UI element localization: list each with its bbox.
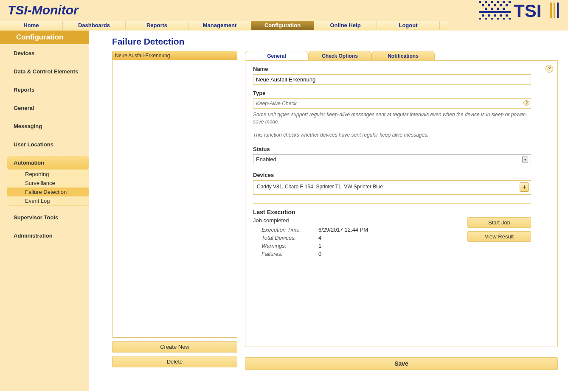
sidebar-subnav-automation: Reporting Surveillance Failure Detection…: [7, 169, 89, 206]
nav-logout[interactable]: Logout: [377, 21, 440, 30]
devices-label: Devices: [253, 172, 550, 178]
svg-rect-12: [491, 8, 493, 10]
detection-list[interactable]: Neue Ausfall-Erkennung: [112, 51, 237, 338]
svg-rect-20: [506, 14, 508, 17]
sidebar-item-reports[interactable]: Reports: [0, 83, 89, 96]
sidebar-item-messaging[interactable]: Messaging: [0, 120, 89, 133]
svg-rect-22: [485, 18, 487, 20]
nav-dashboards[interactable]: Dashboards: [63, 21, 126, 30]
help-icon[interactable]: ?: [546, 65, 553, 73]
main-content: Failure Detection Neue Ausfall-Erkennung…: [89, 31, 568, 391]
svg-rect-8: [494, 4, 496, 6]
svg-rect-2: [491, 1, 493, 3]
sidebar-item-administration[interactable]: Administration: [0, 229, 89, 242]
nav-home[interactable]: Home: [0, 21, 63, 30]
last-execution-status: Job completed: [253, 217, 369, 224]
svg-rect-16: [482, 14, 484, 17]
svg-rect-7: [488, 4, 490, 6]
sidebar-item-user-locations[interactable]: User Locations: [0, 138, 89, 151]
list-item-selected[interactable]: Neue Ausfall-Erkennung: [112, 51, 237, 60]
svg-rect-29: [554, 3, 555, 18]
nav-online-help[interactable]: Online Help: [314, 21, 377, 30]
delete-button[interactable]: Delete: [112, 356, 237, 367]
app-header: TSI-Monitor TSI: [0, 0, 568, 20]
svg-rect-23: [491, 18, 493, 20]
detail-box: ? Name Type Keep-Alive Check ? Some unit…: [245, 60, 558, 347]
svg-rect-5: [509, 1, 511, 3]
brand-graphic: TSI: [479, 1, 564, 20]
warnings-label: Warnings:: [254, 242, 318, 249]
tab-notifications[interactable]: Notifications: [371, 51, 435, 60]
type-desc-1: Some unit types support regular keep-ali…: [253, 111, 533, 126]
sidebar-item-general[interactable]: General: [0, 101, 89, 115]
subnav-failure-detection[interactable]: Failure Detection: [7, 188, 89, 196]
subnav-reporting[interactable]: Reporting: [7, 170, 89, 179]
exec-time-value: 6/29/2017 12:44 PM: [318, 226, 368, 233]
subnav-surveillance[interactable]: Surveillance: [7, 179, 89, 188]
sidebar-item-devices[interactable]: Devices: [0, 47, 89, 60]
sidebar-item-supervisor-tools[interactable]: Supervisor Tools: [0, 211, 89, 224]
list-panel: Neue Ausfall-Erkennung Create New Delete: [112, 51, 237, 371]
total-devices-label: Total Devices:: [254, 234, 318, 241]
svg-text:TSI: TSI: [514, 1, 541, 20]
create-new-button[interactable]: Create New: [112, 341, 237, 353]
status-value: Enabled: [256, 156, 276, 162]
sidebar: Configuration Devices Data & Control Ele…: [0, 31, 89, 391]
svg-rect-26: [509, 18, 511, 20]
svg-rect-10: [506, 4, 508, 6]
failures-label: Failures:: [254, 250, 318, 258]
nav-end-cap: [440, 21, 448, 30]
tab-check-options[interactable]: Check Options: [308, 51, 371, 60]
svg-rect-3: [497, 1, 499, 3]
type-label: Type: [253, 90, 550, 96]
total-devices-value: 4: [318, 234, 368, 241]
svg-rect-19: [500, 14, 502, 17]
name-label: Name: [253, 66, 550, 72]
svg-rect-6: [482, 4, 484, 6]
svg-rect-0: [479, 1, 481, 3]
svg-rect-24: [497, 18, 499, 20]
svg-rect-25: [503, 18, 505, 20]
exec-time-label: Execution Time:: [254, 226, 318, 233]
app-logo: TSI-Monitor: [4, 3, 79, 17]
sidebar-item-data-control[interactable]: Data & Control Elements: [0, 65, 89, 78]
devices-value: Caddy V81, Citaro F-154, Sprinter T1, VW…: [257, 184, 383, 190]
type-display: Keep-Alive Check ?: [253, 98, 531, 109]
svg-rect-1: [485, 1, 487, 3]
sidebar-title: Configuration: [0, 31, 89, 44]
chevron-down-icon: ▾: [522, 157, 528, 162]
nav-management[interactable]: Management: [188, 21, 251, 30]
save-button[interactable]: Save: [245, 357, 558, 370]
type-help-icon[interactable]: ?: [523, 100, 529, 106]
svg-rect-17: [488, 14, 490, 17]
sidebar-item-automation[interactable]: Automation: [7, 156, 89, 169]
subnav-event-log[interactable]: Event Log: [7, 196, 89, 205]
svg-rect-13: [497, 8, 499, 10]
view-result-button[interactable]: View Result: [467, 231, 531, 242]
detail-tabs: General Check Options Notifications: [245, 51, 558, 60]
svg-rect-11: [485, 8, 487, 10]
svg-rect-21: [479, 18, 481, 20]
status-select[interactable]: Enabled ▾: [253, 154, 531, 164]
warnings-value: 1: [318, 242, 368, 249]
tab-general[interactable]: General: [245, 51, 308, 60]
page-title: Failure Detection: [112, 36, 558, 47]
separator: [253, 203, 531, 204]
top-nav: Home Dashboards Reports Management Confi…: [0, 20, 568, 31]
type-value: Keep-Alive Check: [256, 101, 296, 106]
svg-rect-18: [494, 14, 496, 17]
last-execution-title: Last Execution: [253, 209, 369, 216]
nav-configuration[interactable]: Configuration: [251, 21, 314, 30]
svg-rect-28: [550, 3, 552, 18]
failures-value: 0: [318, 250, 368, 258]
devices-box: Caddy V81, Citaro F-154, Sprinter T1, VW…: [253, 180, 531, 195]
last-execution-table: Execution Time:6/29/2017 12:44 PM Total …: [253, 225, 369, 258]
detail-panel: General Check Options Notifications ? Na…: [245, 51, 558, 371]
status-label: Status: [253, 146, 550, 152]
type-desc-2: This function checks whether devices hav…: [253, 132, 533, 139]
nav-reports[interactable]: Reports: [126, 21, 188, 30]
svg-rect-30: [557, 3, 559, 18]
start-job-button[interactable]: Start Job: [467, 217, 531, 228]
add-device-icon[interactable]: +: [520, 182, 529, 192]
name-input[interactable]: [253, 74, 531, 85]
